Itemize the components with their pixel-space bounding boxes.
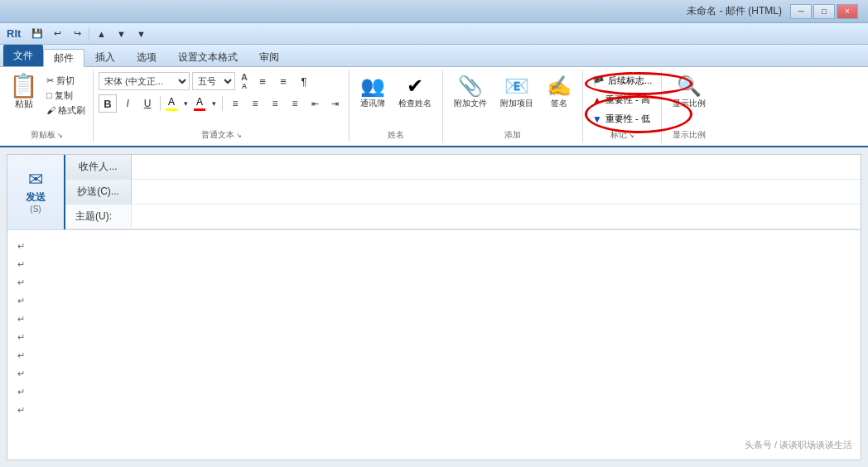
compose-main: ✉ 发送 (S) 收件人... 抄送(C)... bbox=[0, 147, 868, 467]
message-body[interactable]: ↵ ↵ ↵ ↵ ↵ ↵ ↵ ↵ ↵ ↵ bbox=[17, 237, 851, 419]
cc-field-row: 抄送(C)... bbox=[65, 180, 861, 205]
cursor-char-7: ↵ bbox=[17, 346, 25, 364]
message-body-area[interactable]: ↵ ↵ ↵ ↵ ↵ ↵ ↵ ↵ ↵ ↵ 头条号 / 谈谈职场谈谈生活 bbox=[7, 230, 861, 460]
font-color-dropdown-btn[interactable]: ▾ bbox=[209, 94, 219, 113]
undo-quick-btn[interactable]: ↩ bbox=[49, 26, 65, 42]
align-left-button[interactable]: ≡ bbox=[226, 94, 244, 113]
highlight-icon: A bbox=[168, 96, 175, 108]
font-size-increase-btn[interactable]: A bbox=[238, 72, 251, 81]
ribbon-tab-bar: 文件 邮件 插入 选项 设置文本格式 审阅 bbox=[0, 45, 868, 67]
high-importance-button[interactable]: ▲ 重要性 - 高 bbox=[588, 91, 654, 108]
redo-quick-btn[interactable]: ↪ bbox=[69, 26, 85, 42]
maximize-button[interactable]: □ bbox=[813, 4, 835, 19]
format-separator bbox=[160, 96, 161, 111]
zoom-icon: 🔍 bbox=[677, 76, 702, 96]
watermark: 头条号 / 谈谈职场谈谈生活 bbox=[745, 439, 852, 451]
follow-up-button[interactable]: 🏴 后续标志... bbox=[588, 72, 656, 89]
ribbon-content: 📋 粘贴 ✂ 剪切 □ 复制 🖌 格式刷 剪贴板 ↘ bbox=[0, 67, 868, 147]
basic-text-expand-icon[interactable]: ↘ bbox=[236, 132, 242, 139]
expand-quick-btn[interactable]: ▼ bbox=[133, 26, 149, 42]
add-group: 📎 附加文件 📧 附加项目 ✍ 签名 添加 bbox=[443, 70, 583, 142]
send-label: 发送 bbox=[26, 190, 46, 205]
attach-item-label: 附加项目 bbox=[500, 98, 533, 109]
address-book-label: 通讯簿 bbox=[360, 98, 385, 109]
save-quick-btn[interactable]: 💾 bbox=[29, 26, 46, 42]
address-book-button[interactable]: 👥 通讯簿 bbox=[354, 72, 391, 113]
cursor-char-10: ↵ bbox=[17, 401, 25, 419]
window-title: 未命名 - 邮件 (HTML) bbox=[687, 4, 782, 18]
attach-file-icon: 📎 bbox=[458, 76, 483, 96]
tab-file[interactable]: 文件 bbox=[3, 45, 43, 66]
align-justify-button[interactable]: ≡ bbox=[286, 94, 304, 113]
cursor-char-9: ↵ bbox=[17, 383, 25, 401]
italic-button[interactable]: I bbox=[118, 94, 137, 113]
attach-item-button[interactable]: 📧 附加项目 bbox=[494, 72, 539, 113]
zoom-content: 🔍 显示比例 bbox=[667, 72, 711, 128]
minimize-button[interactable]: ─ bbox=[790, 4, 812, 19]
body-line-9: ↵ bbox=[17, 383, 851, 401]
highlight-color-button[interactable]: A bbox=[164, 96, 179, 111]
app-logo: RIt bbox=[7, 27, 21, 40]
title-bar: 未命名 - 邮件 (HTML) ─ □ × bbox=[0, 0, 868, 23]
tab-format-text[interactable]: 设置文本格式 bbox=[167, 48, 248, 66]
bold-button[interactable]: B bbox=[99, 94, 117, 113]
to-button[interactable]: 收件人... bbox=[65, 155, 132, 179]
address-book-icon: 👥 bbox=[360, 76, 385, 96]
add-label: 添加 bbox=[504, 128, 521, 141]
align-center-button[interactable]: ≡ bbox=[246, 94, 264, 113]
to-input[interactable] bbox=[132, 155, 861, 179]
clipboard-expand-icon[interactable]: ↘ bbox=[57, 132, 63, 139]
tab-insert[interactable]: 插入 bbox=[84, 48, 126, 66]
cursor-char-1: ↵ bbox=[17, 237, 25, 255]
follow-up-icon: 🏴 bbox=[592, 75, 605, 87]
subject-input[interactable] bbox=[132, 205, 861, 229]
tags-expand-icon[interactable]: ↘ bbox=[629, 132, 634, 139]
close-button[interactable]: × bbox=[837, 4, 858, 19]
format-separator2 bbox=[222, 96, 223, 111]
signature-button[interactable]: ✍ 签名 bbox=[541, 72, 577, 113]
low-importance-button[interactable]: ▼ 重要性 - 低 bbox=[588, 110, 654, 128]
indent-decrease-button[interactable]: ⇤ bbox=[306, 94, 324, 113]
font-color-button[interactable]: A bbox=[192, 96, 207, 111]
attach-file-button[interactable]: 📎 附加文件 bbox=[448, 72, 493, 113]
format-painter-button[interactable]: 🖌 格式刷 bbox=[44, 104, 88, 118]
tags-label: 标记 ↘ bbox=[610, 128, 634, 141]
bullets-button[interactable]: ≡ bbox=[253, 72, 272, 90]
basic-text-label: 普通文本 ↘ bbox=[201, 128, 242, 141]
paste-button[interactable]: 📋 粘贴 bbox=[5, 72, 42, 113]
copy-button[interactable]: □ 复制 bbox=[44, 89, 88, 103]
check-names-button[interactable]: ✔ 检查姓名 bbox=[393, 72, 437, 113]
tags-group: 🏴 后续标志... ▲ 重要性 - 高 ▼ 重要性 - 低 标记 ↘ bbox=[583, 70, 662, 142]
up-quick-btn[interactable]: ▲ bbox=[93, 26, 109, 42]
align-right-button[interactable]: ≡ bbox=[266, 94, 284, 113]
add-content: 📎 附加文件 📧 附加项目 ✍ 签名 bbox=[448, 72, 577, 128]
compose-header: ✉ 发送 (S) 收件人... 抄送(C)... bbox=[7, 155, 861, 230]
font-size-decrease-btn[interactable]: A bbox=[238, 81, 251, 90]
cc-input[interactable] bbox=[132, 180, 861, 204]
signature-label: 签名 bbox=[551, 98, 567, 109]
font-name-select[interactable]: 宋体 (中文正... bbox=[99, 72, 190, 90]
basic-text-content: 宋体 (中文正... 五号 A A ≡ ≡ ¶ bbox=[99, 72, 344, 128]
names-content: 👥 通讯簿 ✔ 检查姓名 bbox=[354, 72, 437, 128]
highlight-dropdown-btn[interactable]: ▾ bbox=[181, 94, 190, 113]
paragraph-button[interactable]: ¶ bbox=[295, 72, 313, 90]
tab-options[interactable]: 选项 bbox=[126, 48, 167, 66]
font-color-indicator bbox=[194, 108, 205, 111]
font-size-select[interactable]: 五号 bbox=[192, 72, 235, 90]
numbering-button[interactable]: ≡ bbox=[274, 72, 292, 90]
zoom-button[interactable]: 🔍 显示比例 bbox=[667, 72, 711, 113]
indent-increase-button[interactable]: ⇥ bbox=[326, 94, 344, 113]
body-line-3: ↵ bbox=[17, 273, 851, 291]
compose-card: ✉ 发送 (S) 收件人... 抄送(C)... bbox=[7, 154, 861, 460]
zoom-group-label: 显示比例 bbox=[673, 128, 706, 141]
down-quick-btn[interactable]: ▼ bbox=[113, 26, 129, 42]
tab-review[interactable]: 审阅 bbox=[248, 48, 290, 66]
underline-button[interactable]: U bbox=[138, 94, 157, 113]
attach-item-icon: 📧 bbox=[504, 76, 529, 96]
clipboard-label: 剪贴板 ↘ bbox=[31, 128, 63, 141]
cc-button[interactable]: 抄送(C)... bbox=[65, 180, 132, 204]
names-group: 👥 通讯簿 ✔ 检查姓名 姓名 bbox=[350, 70, 443, 142]
tab-mail[interactable]: 邮件 bbox=[43, 49, 84, 67]
cut-button[interactable]: ✂ 剪切 bbox=[44, 74, 88, 88]
send-button[interactable]: ✉ 发送 (S) bbox=[7, 155, 65, 229]
